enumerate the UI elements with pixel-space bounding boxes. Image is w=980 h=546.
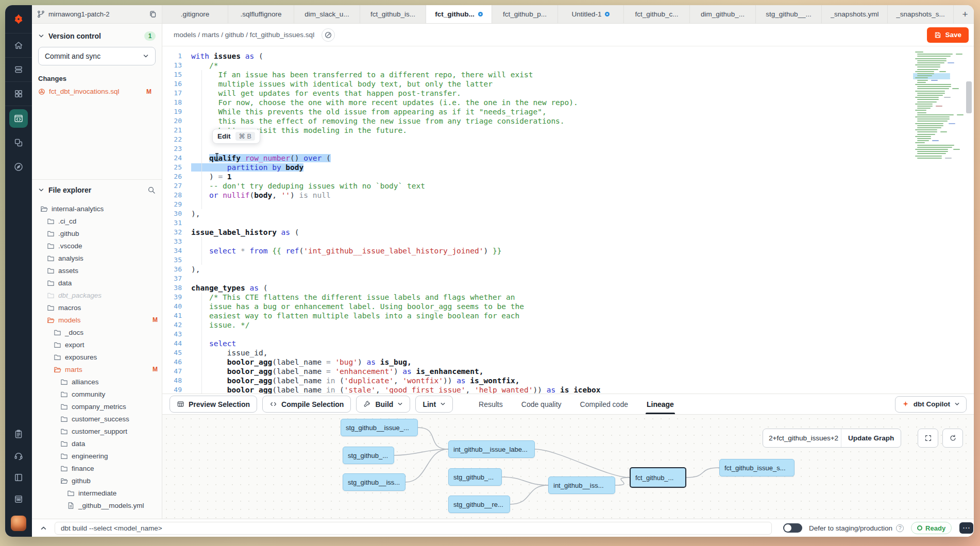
tree-item-docs[interactable]: _docs — [32, 326, 162, 338]
user-avatar-button[interactable] — [5, 510, 32, 537]
defer-toggle[interactable] — [783, 523, 802, 533]
rail-environments-button[interactable] — [5, 58, 32, 82]
lineage-node-int-github-iss[interactable]: int_github__iss... — [548, 476, 615, 494]
tree-item-alliances[interactable]: alliances — [32, 376, 162, 388]
tab-fct-github-is[interactable]: fct_github_is... — [360, 5, 426, 23]
compile-selection-button[interactable]: Compile Selection — [262, 396, 351, 413]
rail-explore-button[interactable] — [5, 155, 32, 179]
tree-item-dim-github-users-sql[interactable]: dim_github__users.sql — [32, 511, 162, 513]
lineage-node-stg-github-re[interactable]: stg_github__re... — [448, 496, 510, 513]
tree-item-finance[interactable]: finance — [32, 462, 162, 474]
search-icon[interactable] — [147, 186, 156, 194]
lineage-node-stg-github[interactable]: stg_github_... — [343, 447, 394, 464]
branch-bar[interactable]: mirnawong1-patch-2 — [32, 5, 162, 24]
lint-button[interactable]: Lint — [415, 396, 453, 413]
tab-lineage[interactable]: Lineage — [647, 394, 674, 414]
lineage-node-int-github-issue-labe[interactable]: int_github__issue_labe... — [448, 440, 535, 458]
code-line-40[interactable]: 40 issue has a bug or enhancement label.… — [162, 302, 974, 311]
new-tab-button[interactable]: + — [954, 5, 974, 23]
tab-dim-github[interactable]: dim_github_... — [690, 5, 756, 23]
tab-fct-github-c[interactable]: fct_github_c... — [624, 5, 690, 23]
preview-selection-button[interactable]: Preview Selection — [170, 396, 257, 413]
tree-item-ci-cd[interactable]: .ci_cd — [32, 215, 162, 227]
collapse-command-bar-button[interactable] — [32, 525, 55, 532]
code-surface[interactable]: 1with issues as (13 /*15 If an issue has… — [162, 46, 974, 394]
lineage-node-fct-github[interactable]: fct_github_... — [630, 467, 686, 488]
tree-item-marts[interactable]: martsM — [32, 363, 162, 376]
lineage-node-stg-github[interactable]: stg_github_... — [448, 468, 502, 486]
code-line-38[interactable]: 38change_types as ( — [162, 283, 974, 293]
code-line-41[interactable]: 41 easiest way to flatten multiple label… — [162, 311, 974, 320]
save-button[interactable]: Save — [927, 27, 969, 43]
code-editor[interactable]: 1with issues as (13 /*15 If an issue has… — [162, 46, 974, 394]
dbt-logo[interactable] — [5, 5, 32, 33]
defer-help-icon[interactable]: ? — [896, 524, 904, 532]
code-line-17[interactable]: 17 will get updates for events that happ… — [162, 89, 974, 98]
dbt-copilot-button[interactable]: dbt Copilot — [895, 396, 967, 413]
code-line-42[interactable]: 42 issue. */ — [162, 320, 974, 330]
rail-dashboard-button[interactable] — [5, 82, 32, 106]
tab-stg-github[interactable]: stg_github__... — [756, 5, 822, 23]
code-line-15[interactable]: 15 If an issue has been transferred to a… — [162, 70, 974, 79]
tree-item-community[interactable]: community — [32, 388, 162, 400]
rail-docs-button[interactable] — [5, 467, 32, 488]
tree-item-macros[interactable]: macros — [32, 301, 162, 314]
code-line-26[interactable]: 26 ) = 1 — [162, 172, 974, 181]
rail-organization-button[interactable] — [5, 488, 32, 510]
tree-item-engineering[interactable]: engineering — [32, 450, 162, 462]
tab-sqlfluffignore[interactable]: .sqlfluffignore — [228, 5, 294, 23]
code-line-44[interactable]: 44 select — [162, 339, 974, 348]
code-line-35[interactable]: 35 — [162, 255, 974, 265]
tab-fct-github[interactable]: fct_github... — [426, 5, 492, 23]
code-line-33[interactable]: 33 — [162, 237, 974, 246]
code-line-34[interactable]: 34 select * from {{ ref('int_github__iss… — [162, 246, 974, 255]
tree-item-customer-support[interactable]: customer_support — [32, 425, 162, 437]
tree-item-dbt-packages[interactable]: dbt_packages — [32, 289, 162, 301]
code-line-32[interactable]: 32issue_label_history as ( — [162, 228, 974, 237]
tree-item-vscode[interactable]: .vscode — [32, 240, 162, 252]
tree-item-internal-analytics[interactable]: internal-analytics — [32, 202, 162, 215]
refresh-graph-button[interactable] — [942, 429, 963, 448]
code-line-20[interactable]: 20 this has the effect of removing the n… — [162, 116, 974, 126]
dbt-command-input[interactable]: dbt build --select <model_name> — [55, 522, 772, 535]
tab-snapshots-yml[interactable]: _snapshots.yml — [822, 5, 888, 23]
tree-item-company-metrics[interactable]: company_metrics — [32, 400, 162, 413]
code-line-19[interactable]: 19 While this prevents the old issue fro… — [162, 107, 974, 116]
edit-tooltip[interactable]: Edit ⌘ B — [212, 129, 260, 144]
ready-status-badge[interactable]: Ready — [911, 522, 952, 534]
tab-dim-slack-u[interactable]: dim_slack_u... — [294, 5, 360, 23]
code-line-24[interactable]: 24 qualify row_number() over ( — [162, 153, 974, 163]
code-line-46[interactable]: 46 boolor_agg(label_name = 'bug') as is_… — [162, 357, 974, 367]
tree-item-data[interactable]: data — [32, 277, 162, 289]
file-explorer-header[interactable]: File explorer — [32, 186, 162, 194]
code-line-39[interactable]: 39 /* This CTE flattens the different is… — [162, 293, 974, 302]
code-line-23[interactable]: 23 — [162, 144, 974, 153]
code-line-49[interactable]: 49 boolor_agg(label_name in ('stale', 'g… — [162, 385, 974, 394]
tab-fct-github-p[interactable]: fct_github_p... — [492, 5, 558, 23]
code-line-28[interactable]: 28 or nullif(body, '') is null — [162, 191, 974, 200]
tree-item-assets[interactable]: assets — [32, 264, 162, 277]
changed-file-fct-dbt-invocations-sql[interactable]: fct_dbt_invocations.sqlM — [32, 86, 162, 97]
tree-item-github[interactable]: github — [32, 474, 162, 487]
code-line-25[interactable]: 25 partition by body — [162, 163, 974, 172]
code-line-45[interactable]: 45 issue_id, — [162, 348, 974, 357]
tree-item-models[interactable]: modelsM — [32, 314, 162, 326]
rail-home-button[interactable] — [5, 33, 32, 58]
code-line-36[interactable]: 36), — [162, 265, 974, 274]
code-line-1[interactable]: 1with issues as ( — [162, 52, 974, 61]
lineage-selector-input[interactable]: 2+fct_github_issues+2 — [763, 429, 841, 447]
code-line-37[interactable]: 37 — [162, 274, 974, 283]
code-line-31[interactable]: 31 — [162, 218, 974, 228]
build-button[interactable]: Build — [356, 396, 410, 413]
more-options-button[interactable]: ⋯ — [959, 522, 973, 534]
code-line-16[interactable]: 16 multiple issues with identical body t… — [162, 79, 974, 89]
tree-item-customer-success[interactable]: customer_success — [32, 413, 162, 425]
lineage-node-stg-github-issue[interactable]: stg_github__issue_... — [341, 419, 418, 436]
code-line-48[interactable]: 48 boolor_agg(label_name in ('duplicate'… — [162, 376, 974, 385]
rail-tasks-button[interactable] — [5, 423, 32, 445]
code-line-13[interactable]: 13 /* — [162, 61, 974, 70]
tree-item-exposures[interactable]: exposures — [32, 351, 162, 363]
tree-item-analysis[interactable]: analysis — [32, 252, 162, 264]
lineage-node-fct-github-issue-s[interactable]: fct_github_issue_s... — [719, 459, 795, 476]
tab-gitignore[interactable]: .gitignore — [162, 5, 228, 23]
